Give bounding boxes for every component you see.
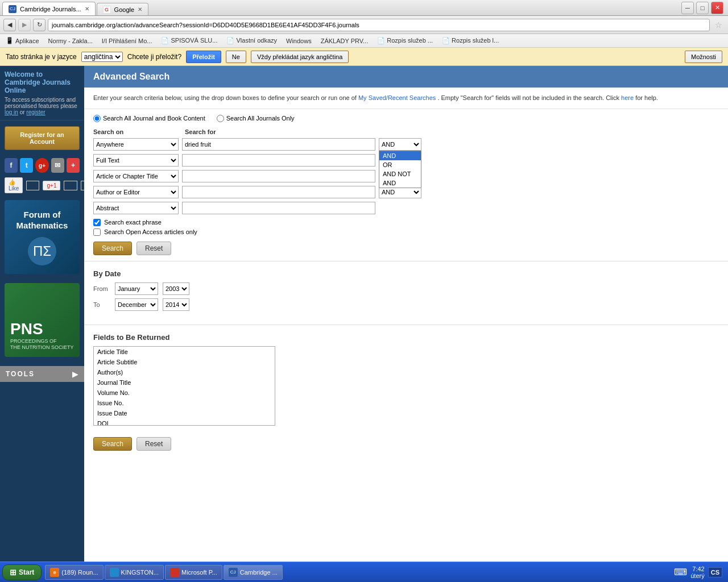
- taskbar-right: ⌨ 7:42 úterý CS: [671, 566, 726, 579]
- search-on-select-5[interactable]: Anywhere Full Text Article or Chapter Ti…: [93, 202, 179, 214]
- taskbar-item-ms[interactable]: Microsoft P...: [165, 565, 222, 580]
- help-link[interactable]: here: [621, 94, 634, 101]
- option-and-not[interactable]: AND NOT: [379, 169, 421, 178]
- radio-journals-only[interactable]: Search All Journals Only: [217, 115, 295, 122]
- start-label: Start: [19, 568, 34, 576]
- search-row-1: Anywhere Full Text Article or Chapter Ti…: [93, 138, 719, 151]
- close-button[interactable]: ✕: [711, 2, 723, 14]
- back-button[interactable]: ◀: [3, 19, 16, 31]
- sidebar-subtitle: To access subscriptions and personalised…: [5, 97, 80, 115]
- radio-all-input[interactable]: [93, 115, 101, 122]
- exact-phrase-row: Search exact phrase: [93, 219, 719, 226]
- bookmark-rozpis1[interactable]: 📄 Rozpis služeb ...: [375, 36, 435, 45]
- search-scope-row: Search All Journal and Book Content Sear…: [84, 109, 728, 128]
- search-on-select-4[interactable]: Anywhere Full Text Article or Chapter Ti…: [93, 186, 179, 198]
- to-year-select[interactable]: 2003 2004 2005 2010 2013 2014: [163, 298, 189, 311]
- search-for-input-1[interactable]: [182, 138, 375, 151]
- field-article-title[interactable]: Article Title: [94, 347, 275, 357]
- option-or[interactable]: OR: [379, 160, 421, 169]
- field-volume-no[interactable]: Volume No.: [94, 388, 275, 398]
- tab-google[interactable]: G Google ✕: [97, 3, 148, 15]
- googleplus-icon[interactable]: g+: [35, 158, 48, 173]
- bookmark-aplikace[interactable]: 📱 Aplikace: [3, 36, 42, 45]
- search-for-input-5[interactable]: [182, 202, 375, 214]
- field-issue-no[interactable]: Issue No.: [94, 398, 275, 408]
- gplus-count: +1: [64, 181, 77, 190]
- search-button-bottom[interactable]: Search: [93, 437, 132, 451]
- refresh-button[interactable]: ↻: [33, 19, 46, 31]
- to-month-select[interactable]: January February March April May June Ju…: [115, 298, 158, 311]
- taskbar-item-kingston[interactable]: KINGSTON...: [105, 565, 164, 580]
- field-doi[interactable]: DOI: [94, 418, 275, 426]
- saved-searches-link[interactable]: My Saved/Recent Searches: [358, 94, 436, 101]
- bookmark-normy[interactable]: Normy - Zakla...: [46, 36, 95, 45]
- bookmark-vlastni[interactable]: 📄 Vlastní odkazy: [224, 36, 279, 45]
- register-button[interactable]: Register for an Account: [5, 126, 80, 150]
- tools-expand-icon[interactable]: ▶: [72, 369, 78, 379]
- register-link[interactable]: register: [26, 109, 45, 115]
- minimize-button[interactable]: ─: [681, 2, 694, 14]
- operator-select-1[interactable]: AND OR AND NOT: [379, 138, 421, 151]
- bookmark-rozpis2[interactable]: 📄 Rozpis služeb l...: [440, 36, 501, 45]
- search-on-header: Search on: [93, 128, 181, 136]
- bookmark-star[interactable]: ☆: [712, 19, 725, 31]
- field-journal-title[interactable]: Journal Title: [94, 377, 275, 388]
- login-link[interactable]: log in: [5, 109, 18, 115]
- bookmark-zaklady[interactable]: ZÁKLADY PRV...: [318, 36, 371, 45]
- forum-banner[interactable]: Forum of Mathematics ΠΣ: [5, 200, 80, 274]
- gplus-button[interactable]: g+1: [43, 181, 60, 190]
- from-year-select[interactable]: 2000 2001 2002 2003 2004 2005 2010 2014: [163, 282, 189, 295]
- bookmark-spisova[interactable]: 📄 SPISOVÁ SLU...: [159, 36, 220, 45]
- search-for-input-2[interactable]: [182, 154, 375, 167]
- search-row-5: Anywhere Full Text Article or Chapter Ti…: [93, 202, 719, 214]
- pns-banner-inner: PNS PROCEEDINGS OFTHE NUTRITION SOCIETY: [5, 283, 80, 357]
- sidebar-title: Welcome to Cambridge Journals Online: [5, 70, 80, 94]
- pns-banner[interactable]: PNS PROCEEDINGS OFTHE NUTRITION SOCIETY: [5, 283, 80, 357]
- taskbar-item-cambridge[interactable]: CJ Cambridge ...: [224, 565, 283, 580]
- language-select[interactable]: angličtina: [81, 52, 123, 62]
- radio-journals-input[interactable]: [217, 115, 224, 122]
- always-translate-button[interactable]: Vždy překládat jazyk angličtina: [251, 51, 349, 63]
- start-button[interactable]: ⊞ Start: [2, 564, 42, 580]
- search-button-top[interactable]: Search: [93, 242, 132, 255]
- open-access-checkbox[interactable]: [93, 228, 101, 236]
- tab-cambridge-close[interactable]: ✕: [85, 6, 89, 12]
- tab-google-close[interactable]: ✕: [138, 6, 142, 13]
- more-share-icon[interactable]: +: [67, 158, 80, 173]
- exact-phrase-checkbox[interactable]: [93, 219, 101, 226]
- translate-button[interactable]: Přeložit: [186, 51, 221, 63]
- search-for-input-3[interactable]: [182, 170, 375, 182]
- maximize-button[interactable]: □: [696, 2, 709, 14]
- options-button[interactable]: Možnosti: [685, 51, 722, 63]
- bookmark-prihlaseni[interactable]: I/I Přihlášení Mo...: [100, 36, 155, 45]
- search-on-select-3[interactable]: Anywhere Full Text Article or Chapter Ti…: [93, 170, 179, 182]
- search-for-input-4[interactable]: [182, 186, 375, 198]
- radio-all-content[interactable]: Search All Journal and Book Content: [93, 115, 205, 122]
- reset-button-bottom[interactable]: Reset: [136, 437, 171, 451]
- facebook-icon[interactable]: f: [5, 158, 18, 173]
- option-and-2[interactable]: AND: [379, 178, 421, 188]
- forum-banner-inner: Forum of Mathematics ΠΣ: [5, 200, 80, 274]
- fields-list[interactable]: Article Title Article Subtitle Author(s)…: [93, 346, 275, 426]
- windows-logo: ⊞: [10, 568, 16, 577]
- bookmark-windows[interactable]: Windows: [284, 36, 314, 45]
- field-article-subtitle[interactable]: Article Subtitle: [94, 357, 275, 367]
- search-on-select-2[interactable]: Anywhere Full Text Article or Chapter Ti…: [93, 154, 179, 167]
- twitter-icon[interactable]: t: [20, 158, 33, 173]
- email-icon[interactable]: ✉: [51, 158, 64, 173]
- field-authors[interactable]: Author(s): [94, 367, 275, 377]
- url-bar[interactable]: [48, 19, 710, 31]
- from-month-select[interactable]: January February March April May June Ju…: [115, 282, 158, 295]
- bookmark-vlastni-label: 📄 Vlastní odkazy: [226, 37, 277, 44]
- option-and[interactable]: AND: [379, 151, 421, 160]
- taskbar-item-ie[interactable]: e (189) Roun...: [45, 565, 103, 580]
- forward-button[interactable]: ▶: [18, 19, 31, 31]
- search-on-select-1[interactable]: Anywhere Full Text Article or Chapter Ti…: [93, 138, 179, 151]
- tab-cambridge[interactable]: CJ Cambridge Journals... ✕: [2, 2, 96, 15]
- reset-button-top[interactable]: Reset: [136, 242, 171, 255]
- like-button[interactable]: 👍 Like: [5, 177, 23, 193]
- field-issue-date[interactable]: Issue Date: [94, 408, 275, 418]
- operator-dropdown-1[interactable]: AND OR AND NOT AND OR AND NOT AND: [379, 138, 421, 151]
- cambridge-taskbar-icon: CJ: [229, 568, 238, 577]
- no-translate-button[interactable]: Ne: [226, 51, 246, 63]
